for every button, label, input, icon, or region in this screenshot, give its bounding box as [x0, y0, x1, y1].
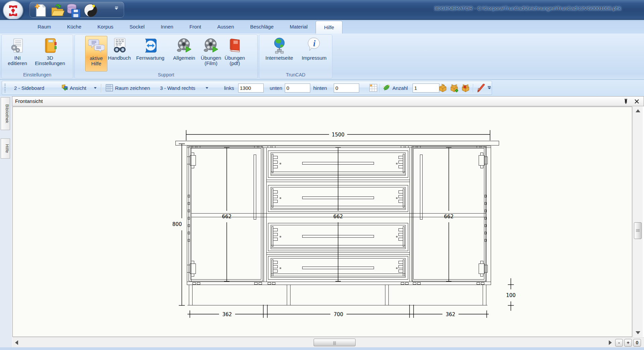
tab-hilfe[interactable]: Hilfe	[316, 21, 342, 34]
horizontal-scroll-thumb[interactable]	[314, 339, 356, 346]
3d-einstellungen-icon	[43, 37, 57, 54]
tab-front[interactable]: Front	[181, 20, 209, 34]
window-title: 3DGENERATOR - C:\Corpora\TrunCad\Zeichnu…	[434, 5, 621, 11]
dim-height: 800	[172, 221, 182, 227]
svg-text:i: i	[313, 39, 316, 48]
ribbon-group-einstellungen: INIeditieren 3DEinstellungen Einstellung…	[1, 35, 73, 78]
links-input[interactable]	[238, 83, 264, 93]
group-label-einstellungen: Einstellungen	[2, 72, 73, 77]
project-label: 2 - Sideboard	[14, 85, 44, 91]
tab-beschlaege[interactable]: Beschläge	[242, 20, 282, 34]
app-logo-icon[interactable]	[3, 0, 23, 20]
dim-plinth: 100	[506, 292, 516, 298]
group-label-support: Support	[75, 72, 257, 77]
tab-raum[interactable]: Raum	[30, 20, 59, 34]
pin-icon[interactable]	[624, 99, 628, 104]
scroll-left-arrow[interactable]	[15, 340, 18, 345]
tab-innen[interactable]: Innen	[153, 20, 181, 34]
ansicht-dropdown-arrow[interactable]	[94, 87, 97, 89]
hinten-label: hinten	[313, 85, 327, 91]
uebungen-pdf-icon	[227, 37, 243, 54]
yin-yang-icon[interactable]	[83, 3, 97, 16]
fernwartung-icon	[143, 37, 158, 54]
allgemein-icon	[176, 37, 193, 54]
unten-label: unten	[270, 85, 282, 91]
window-bottom-edge	[0, 347, 644, 350]
frontansicht-panel-header: Frontansicht	[12, 96, 644, 106]
internetseite-icon	[272, 37, 287, 54]
drawing-canvas[interactable]: 1500 800 662 662 662 100 362 700 362	[12, 107, 632, 337]
toolbar: 2 - Sideboard Ansicht Raum zeichnen 3 - …	[0, 80, 644, 96]
left-dock-strip: Bibliothek Hilfe	[0, 96, 12, 350]
anzahl-input[interactable]	[413, 83, 439, 93]
group-label-truncad: TrunCAD	[259, 72, 332, 77]
scroll-down-arrow[interactable]	[636, 331, 640, 334]
allgemein-button[interactable]: Allgemein	[169, 36, 199, 71]
close-icon[interactable]	[635, 99, 639, 104]
fernwartung-button[interactable]: Fernwartung	[131, 36, 169, 71]
uebungen-pdf-button[interactable]: Übungen(pdf)	[223, 36, 247, 71]
qat-overflow-chevron[interactable]	[114, 7, 119, 11]
horizontal-scrollbar[interactable]: - + 0	[12, 337, 644, 347]
3d-einstellungen-button[interactable]: 3DEinstellungen	[30, 36, 70, 71]
internetseite-button[interactable]: Internetseite	[261, 36, 298, 71]
material-icon[interactable]	[382, 84, 390, 93]
tab-kueche[interactable]: Küche	[59, 20, 90, 34]
uebungen-film-icon	[203, 37, 219, 54]
dim-bottom-mid: 700	[334, 311, 343, 317]
dim-cell-left: 662	[222, 214, 232, 220]
ini-editieren-icon	[10, 37, 25, 54]
wand-selector[interactable]: 3 - Wand rechts	[160, 85, 195, 91]
dim-width: 1500	[332, 132, 344, 138]
impressum-button[interactable]: i Impressum	[298, 36, 331, 71]
raum-zeichnen-label[interactable]: Raum zeichnen	[115, 85, 150, 91]
toolbar-container: 2 - Sideboard Ansicht Raum zeichnen 3 - …	[2, 81, 492, 95]
tab-material[interactable]: Material	[282, 20, 316, 34]
tab-aussen[interactable]: Aussen	[209, 20, 242, 34]
ansicht-icon	[61, 84, 69, 93]
sidebar-tab-hilfe[interactable]: Hilfe	[1, 138, 10, 159]
pencil-icon[interactable]	[476, 83, 486, 95]
dim-cell-right: 662	[444, 214, 454, 220]
wand-dropdown-arrow[interactable]	[206, 87, 208, 89]
toolbar-drag-handle[interactable]	[4, 84, 6, 93]
scroll-right-arrow[interactable]	[609, 340, 612, 345]
hinten-input[interactable]	[334, 83, 359, 93]
panel-title: Frontansicht	[15, 98, 43, 104]
ribbon: INIeditieren 3DEinstellungen Einstellung…	[0, 34, 644, 80]
tab-korpus[interactable]: Korpus	[90, 20, 122, 34]
zoom-out-button[interactable]: -	[615, 339, 623, 347]
korpus-icon[interactable]	[438, 83, 447, 94]
handbuch-icon	[112, 37, 127, 54]
ribbon-group-support: aktiveHilfe Han	[74, 35, 258, 78]
vertical-scrollbar[interactable]	[633, 107, 643, 337]
handbuch-button[interactable]: Handbuch	[107, 36, 131, 71]
sidebar-tab-bibliothek[interactable]: Bibliothek	[1, 97, 10, 130]
dim-bottom-right: 362	[446, 311, 455, 317]
ribbon-tab-bar: Raum Küche Korpus Sockel Innen Front Aus…	[0, 19, 644, 34]
save-icon[interactable]	[66, 3, 79, 16]
dim-cell-mid: 662	[333, 214, 343, 220]
scroll-up-arrow[interactable]	[636, 109, 640, 112]
title-bar: 3DGENERATOR - C:\Corpora\TrunCad\Zeichnu…	[0, 0, 644, 19]
raum-zeichnen-icon	[105, 84, 113, 93]
ini-editieren-button[interactable]: INIeditieren	[5, 36, 30, 71]
korpus-add-icon[interactable]	[449, 83, 459, 94]
unten-input[interactable]	[285, 83, 310, 93]
vertical-scroll-thumb[interactable]	[634, 222, 642, 239]
zoom-reset-button[interactable]: 0	[633, 339, 641, 347]
impressum-icon: i	[307, 37, 322, 54]
ansicht-label[interactable]: Ansicht	[70, 85, 86, 91]
links-label: links	[224, 85, 234, 91]
ribbon-group-truncad: Internetseite i Impressum TrunCAD	[259, 35, 332, 78]
raster-icon[interactable]	[369, 84, 377, 93]
korpus-delete-icon[interactable]	[461, 83, 470, 94]
new-document-icon[interactable]	[34, 3, 47, 16]
uebungen-film-button[interactable]: Übungen(Film)	[199, 36, 223, 71]
toolbar-overflow-chevron[interactable]	[488, 86, 491, 89]
front-view-drawing: 1500 800 662 662 662 100 362 700 362	[13, 107, 632, 337]
tab-sockel[interactable]: Sockel	[121, 20, 153, 34]
aktive-hilfe-button[interactable]: aktiveHilfe	[85, 36, 107, 71]
zoom-in-button[interactable]: +	[624, 339, 632, 347]
open-file-icon[interactable]	[50, 3, 63, 16]
